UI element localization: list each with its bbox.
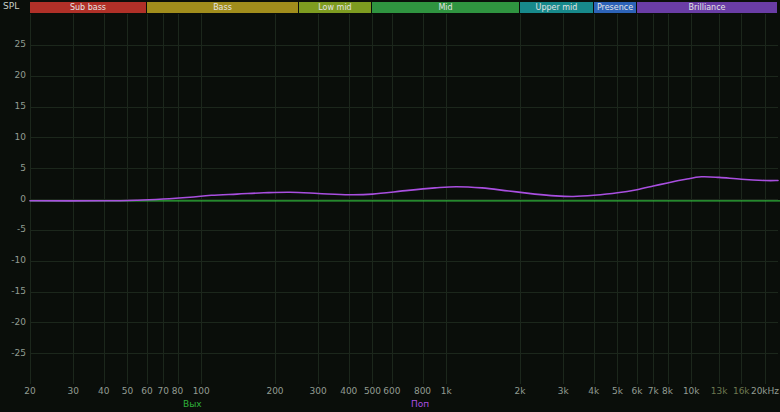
spl-tick-label: 15 — [0, 101, 26, 112]
spl-tick-label: 0 — [0, 194, 26, 205]
spl-tick-label: -25 — [0, 348, 26, 359]
spl-tick-label: -10 — [0, 255, 26, 266]
frequency-tick-label: 2k — [498, 386, 542, 397]
spl-tick-label: 20 — [0, 70, 26, 81]
spl-tick-label: 25 — [0, 39, 26, 50]
frequency-tick-label: 1k — [424, 386, 468, 397]
frequency-tick-label: 200 — [253, 386, 297, 397]
spl-tick-label: -5 — [0, 224, 26, 235]
spl-tick-label: -15 — [0, 286, 26, 297]
spl-frequency-plot[interactable] — [0, 0, 780, 412]
spl-tick-label: 10 — [0, 132, 26, 143]
legend-output-label: Вых — [183, 398, 202, 410]
frequency-tick-label: 100 — [179, 386, 223, 397]
spl-tick-label: -20 — [0, 317, 26, 328]
eq-curve-pop[interactable] — [30, 177, 778, 201]
frequency-tick-label: 20 — [8, 386, 52, 397]
legend-pop-preset-label: Поп — [411, 398, 429, 410]
equalizer-spl-chart: SPL Sub bassBassLow midMidUpper midPrese… — [0, 0, 780, 412]
spl-tick-label: 5 — [0, 163, 26, 174]
frequency-tick-label: 20kHz — [743, 386, 780, 397]
